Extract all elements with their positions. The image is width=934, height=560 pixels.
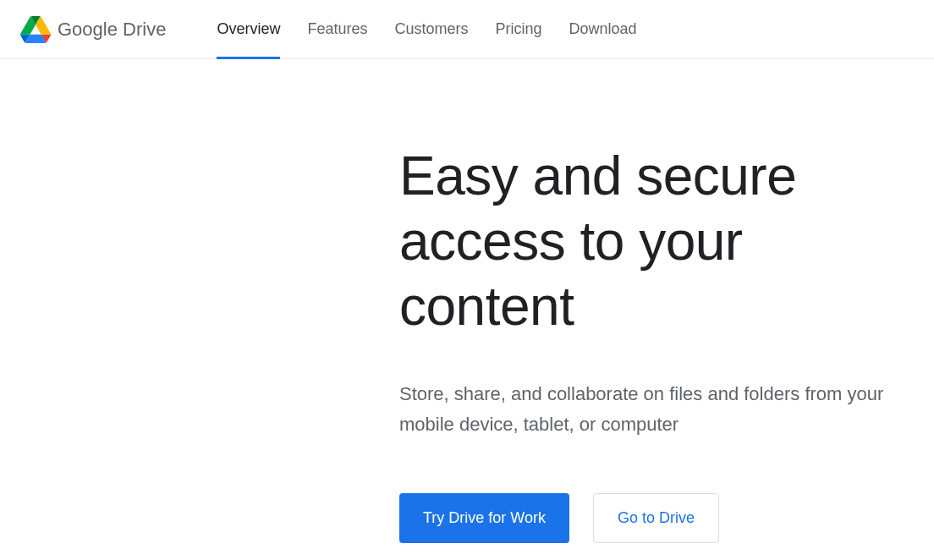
brand-logo[interactable]: Google Drive	[20, 16, 166, 43]
drive-icon	[20, 16, 51, 43]
nav-pricing[interactable]: Pricing	[496, 0, 542, 58]
hero-subtext: Store, share, and collaborate on files a…	[399, 379, 893, 438]
main-nav: Overview Features Customers Pricing Down…	[217, 0, 636, 58]
try-drive-for-work-button[interactable]: Try Drive for Work	[399, 493, 569, 543]
cta-row: Try Drive for Work Go to Drive	[399, 493, 893, 543]
hero-section: Easy and secure access to your content S…	[0, 59, 914, 560]
nav-customers[interactable]: Customers	[394, 0, 468, 58]
brand-name-bold: Google	[58, 19, 118, 40]
hero-headline: Easy and secure access to your content	[399, 144, 893, 338]
nav-overview[interactable]: Overview	[217, 0, 280, 58]
go-to-drive-button[interactable]: Go to Drive	[593, 493, 719, 543]
nav-features[interactable]: Features	[307, 0, 367, 58]
brand-name: Google Drive	[58, 19, 166, 41]
nav-download[interactable]: Download	[569, 0, 637, 58]
site-header: Google Drive Overview Features Customers…	[0, 0, 934, 59]
brand-name-light: Drive	[118, 19, 166, 40]
